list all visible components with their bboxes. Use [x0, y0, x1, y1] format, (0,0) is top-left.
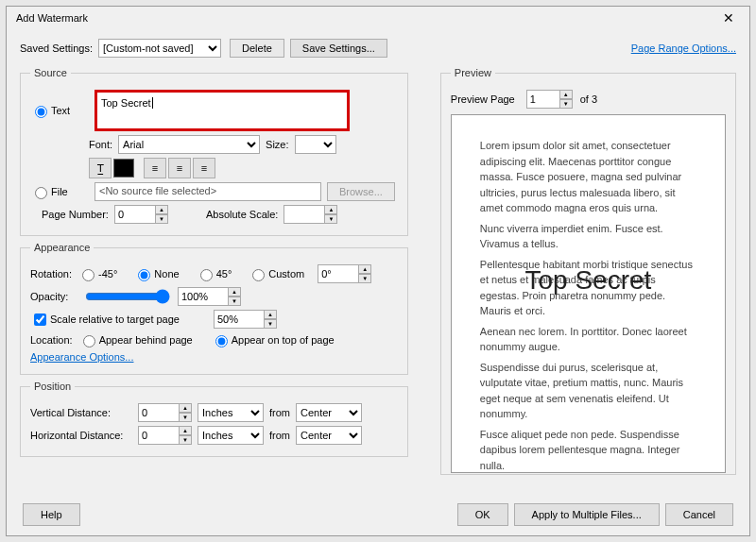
abs-scale-input[interactable]	[284, 205, 325, 224]
size-select[interactable]	[295, 135, 336, 154]
scale-relative-checkbox[interactable]	[34, 313, 46, 326]
delete-button[interactable]: Delete	[230, 39, 284, 58]
dialog-footer: Help OK Apply to Multiple Files... Cance…	[7, 503, 749, 526]
saved-settings-select[interactable]: [Custom-not saved]	[98, 39, 221, 58]
watermark-preview: Top Secret	[452, 265, 725, 296]
appearance-options-link[interactable]: Appearance Options...	[30, 351, 133, 363]
opacity-spinner[interactable]: ▲▼	[228, 287, 241, 306]
preview-of-total: of 3	[580, 93, 597, 105]
font-label: Font:	[89, 139, 112, 150]
align-left-icon[interactable]: ≡	[144, 158, 166, 178]
opacity-label: Opacity:	[30, 291, 77, 302]
size-label: Size:	[266, 139, 288, 150]
file-radio[interactable]	[35, 187, 47, 199]
rotation-none-radio[interactable]	[138, 269, 150, 281]
opacity-slider[interactable]	[85, 289, 170, 304]
settings-row: Saved Settings: [Custom-not saved] Delet…	[7, 29, 749, 61]
title-bar: Add Watermark ✕	[7, 7, 749, 29]
page-range-link[interactable]: Page Range Options...	[631, 42, 736, 54]
file-path-input[interactable]: <No source file selected>	[94, 182, 321, 201]
browse-button[interactable]: Browse...	[327, 182, 395, 201]
source-legend: Source	[30, 67, 71, 78]
help-button[interactable]: Help	[23, 503, 80, 526]
opacity-input[interactable]	[178, 287, 229, 306]
preview-canvas: Lorem ipsum dolor sit amet, consectetuer…	[451, 114, 726, 473]
vert-dist-input[interactable]	[138, 403, 180, 422]
cancel-button[interactable]: Cancel	[665, 503, 733, 526]
scale-relative-label: Scale relative to target page	[50, 313, 180, 325]
text-label: Text	[51, 105, 89, 116]
position-fieldset: Position Vertical Distance: ▲▼ Inches fr…	[20, 381, 408, 457]
color-swatch[interactable]	[113, 159, 134, 178]
location-label: Location:	[30, 334, 73, 346]
page-number-input[interactable]	[114, 205, 156, 224]
font-select[interactable]: Arial	[118, 135, 260, 154]
rotation-neg45-radio[interactable]	[82, 269, 94, 281]
appearance-fieldset: Appearance Rotation: -45° None 45° Custo…	[20, 242, 408, 375]
saved-settings-label: Saved Settings:	[20, 42, 93, 54]
rotation-custom-radio[interactable]	[252, 269, 265, 281]
source-fieldset: Source Text Top Secret Font: Arial Size:…	[20, 67, 408, 236]
rotation-45-radio[interactable]	[200, 269, 213, 281]
preview-page-spinner[interactable]: ▲▼	[559, 90, 573, 109]
file-label: File	[51, 186, 89, 197]
behind-radio[interactable]	[83, 335, 95, 347]
horiz-from-select[interactable]: Center	[296, 426, 362, 445]
vert-dist-spinner[interactable]: ▲▼	[179, 403, 192, 422]
horiz-dist-label: Horizontal Distance:	[30, 430, 132, 441]
ontop-radio[interactable]	[215, 335, 228, 347]
close-icon[interactable]: ✕	[717, 10, 740, 25]
page-number-label: Page Number:	[42, 209, 109, 220]
save-settings-button[interactable]: Save Settings...	[290, 39, 387, 58]
abs-scale-spinner[interactable]: ▲▼	[324, 205, 337, 224]
rotation-spinner[interactable]: ▲▼	[358, 264, 371, 283]
appearance-legend: Appearance	[30, 242, 94, 253]
preview-page-input[interactable]	[526, 90, 560, 109]
text-radio[interactable]	[35, 106, 47, 118]
rotation-label: Rotation:	[30, 268, 72, 279]
position-legend: Position	[30, 381, 75, 392]
align-center-icon[interactable]: ≡	[168, 158, 191, 178]
rotation-custom-input[interactable]	[318, 264, 359, 283]
vert-from-label: from	[269, 407, 290, 418]
vert-unit-select[interactable]: Inches	[198, 403, 264, 422]
preview-legend: Preview	[451, 67, 495, 78]
horiz-unit-select[interactable]: Inches	[198, 426, 264, 445]
apply-multiple-button[interactable]: Apply to Multiple Files...	[514, 503, 660, 526]
page-number-spinner[interactable]: ▲▼	[155, 205, 168, 224]
add-watermark-dialog: Add Watermark ✕ Saved Settings: [Custom-…	[6, 6, 750, 536]
scale-relative-input[interactable]	[214, 310, 265, 329]
horiz-from-label: from	[269, 430, 290, 441]
scale-relative-spinner[interactable]: ▲▼	[264, 310, 277, 329]
ok-button[interactable]: OK	[457, 503, 508, 526]
abs-scale-label: Absolute Scale:	[206, 209, 278, 220]
horiz-dist-spinner[interactable]: ▲▼	[179, 426, 192, 445]
preview-document-text: Lorem ipsum dolor sit amet, consectetuer…	[480, 138, 696, 473]
watermark-text-input[interactable]: Top Secret	[94, 90, 350, 131]
align-right-icon[interactable]: ≡	[193, 158, 215, 178]
preview-fieldset: Preview Preview Page ▲▼ of 3 Lorem ipsum…	[440, 67, 736, 475]
preview-page-label: Preview Page	[451, 93, 515, 105]
vert-from-select[interactable]: Center	[296, 403, 362, 422]
horiz-dist-input[interactable]	[138, 426, 180, 445]
vert-dist-label: Vertical Distance:	[30, 407, 132, 418]
underline-icon[interactable]: T̲	[89, 158, 112, 178]
dialog-title: Add Watermark	[16, 12, 88, 24]
